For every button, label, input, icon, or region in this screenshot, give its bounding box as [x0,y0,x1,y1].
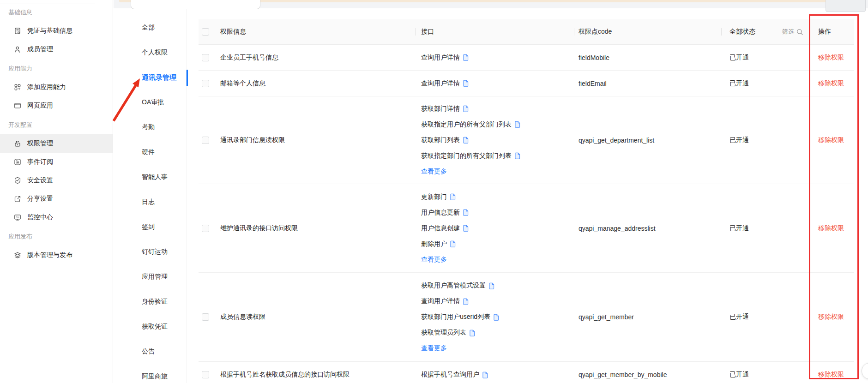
column-header-status: 全部状态 [729,28,755,36]
search-input[interactable] [131,0,260,9]
sidebar-item-security-settings[interactable]: 安全设置 [0,171,113,190]
sidebar-item-add-capability[interactable]: 添加应用能力 [0,78,113,96]
api-link[interactable]: 删除用户 [421,240,447,248]
remove-permission-link[interactable]: 移除权限 [818,371,844,379]
doc-icon[interactable] [463,105,469,112]
sidebar-item-permission-management[interactable]: 权限管理 [0,134,113,153]
view-more-link[interactable]: 查看更多 [421,256,447,264]
doc-icon[interactable] [463,54,469,61]
sidebar-item-label: 凭证与基础信息 [27,27,72,35]
api-link[interactable]: 查询用户详情 [421,297,460,305]
status-text: 已开通 [721,184,807,272]
api-link[interactable]: 获取指定部门的所有父部门列表 [421,152,512,160]
permission-name: 通讯录部门信息读权限 [217,96,415,184]
remove-permission-link[interactable]: 移除权限 [818,224,844,233]
category-tab-ali-trip[interactable]: 阿里商旅 [114,364,187,383]
sidebar-item-label: 权限管理 [27,139,53,148]
doc-icon[interactable] [450,193,456,200]
doc-icon[interactable] [515,152,520,159]
permission-code: fieldMobile [574,45,721,70]
category-tab-dingtalk-sports[interactable]: 钉钉运动 [114,239,187,264]
api-link[interactable]: 获取用户高管模式设置 [421,281,486,290]
api-link[interactable]: 查询用户详情 [421,79,460,88]
doc-icon[interactable] [494,314,499,321]
permission-category-nav: 全部 个人权限 通讯录管理 OA审批 考勤 硬件 智能人事 日志 签到 钉钉运动… [114,8,187,383]
top-right-button[interactable] [826,0,866,12]
sidebar-item-label: 网页应用 [27,102,53,110]
api-link[interactable]: 用户信息更新 [421,209,460,217]
category-tab-contacts[interactable]: 通讯录管理 [114,65,187,90]
view-more-link[interactable]: 查看更多 [421,168,447,176]
row-checkbox[interactable] [202,371,209,378]
event-subscribe-icon [14,158,21,166]
sidebar-item-label: 成员管理 [27,45,53,54]
category-tab-get-credentials[interactable]: 获取凭证 [114,314,187,339]
doc-icon[interactable] [463,209,469,216]
table-row: 通讯录部门信息读权限 获取部门详情 获取指定用户的所有父部门列表 获取部门列表 … [199,96,854,184]
sidebar-item-event-subscription[interactable]: 事件订阅 [0,153,113,171]
api-link[interactable]: 获取部门详情 [421,105,460,113]
remove-permission-link[interactable]: 移除权限 [818,54,844,62]
status-text: 已开通 [721,45,807,70]
category-tab-announcement[interactable]: 公告 [114,339,187,364]
filter-label: 筛选 [782,28,794,36]
api-link[interactable]: 获取指定用户的所有父部门列表 [421,120,512,129]
row-checkbox[interactable] [202,137,209,144]
remove-permission-link[interactable]: 移除权限 [818,79,844,88]
web-app-icon [14,102,21,109]
unlock-icon [14,140,21,147]
sidebar-item-credentials[interactable]: 凭证与基础信息 [0,22,113,40]
permission-name: 邮箱等个人信息 [217,71,415,96]
category-tab-attendance[interactable]: 考勤 [114,115,187,140]
doc-icon[interactable] [463,80,469,87]
api-link[interactable]: 更新部门 [421,193,447,201]
category-tab-log[interactable]: 日志 [114,190,187,215]
view-more-link[interactable]: 查看更多 [421,344,447,353]
api-link[interactable]: 获取管理员列表 [421,329,466,337]
category-tab-app-management[interactable]: 应用管理 [114,264,187,289]
category-tab-checkin[interactable]: 签到 [114,215,187,239]
category-tab-identity-verify[interactable]: 身份验证 [114,289,187,314]
doc-icon[interactable] [463,225,469,232]
category-tab-personal[interactable]: 个人权限 [114,40,187,65]
sidebar-item-share-settings[interactable]: 分享设置 [0,190,113,208]
row-checkbox[interactable] [202,225,209,232]
api-link[interactable]: 获取部门列表 [421,136,460,144]
doc-icon[interactable] [450,240,456,247]
doc-icon[interactable] [463,137,469,144]
share-icon [14,195,21,203]
doc-icon[interactable] [489,282,494,289]
remove-permission-link[interactable]: 移除权限 [818,136,844,144]
category-tab-smart-hr[interactable]: 智能人事 [114,165,187,190]
doc-icon[interactable] [482,371,488,378]
select-all-checkbox[interactable] [202,28,209,36]
sidebar-section-release: 应用发布 [0,227,113,246]
monitor-icon [14,214,21,221]
api-link[interactable]: 根据手机号查询用户 [421,371,479,379]
status-text: 已开通 [721,273,807,361]
row-checkbox[interactable] [202,80,209,87]
remove-permission-link[interactable]: 移除权限 [818,313,844,321]
api-link[interactable]: 获取部门用户userid列表 [421,313,490,321]
header-separator [574,28,574,36]
api-link[interactable]: 用户信息创建 [421,224,460,233]
sidebar-item-members[interactable]: 成员管理 [0,40,113,59]
filter-button[interactable]: 筛选 [782,28,803,36]
category-tab-oa-approval[interactable]: OA审批 [114,90,187,115]
sidebar-item-web-app[interactable]: 网页应用 [0,96,113,115]
doc-icon[interactable] [463,298,469,305]
floating-helper-button[interactable] [862,363,868,379]
sidebar-item-monitor-center[interactable]: 监控中心 [0,208,113,227]
doc-icon[interactable] [470,329,475,336]
category-tab-hardware[interactable]: 硬件 [114,140,187,165]
category-tab-all[interactable]: 全部 [114,15,187,40]
permission-code: qyapi_get_member_by_mobile [574,362,721,383]
status-text: 已开通 [721,96,807,184]
row-checkbox[interactable] [202,54,209,61]
row-checkbox[interactable] [202,313,209,321]
sidebar-item-version-release[interactable]: 版本管理与发布 [0,246,113,264]
nav-content-divider [187,8,187,383]
api-link[interactable]: 查询用户详情 [421,54,460,62]
permission-code: qyapi_get_department_list [574,96,721,184]
doc-icon[interactable] [515,121,520,128]
